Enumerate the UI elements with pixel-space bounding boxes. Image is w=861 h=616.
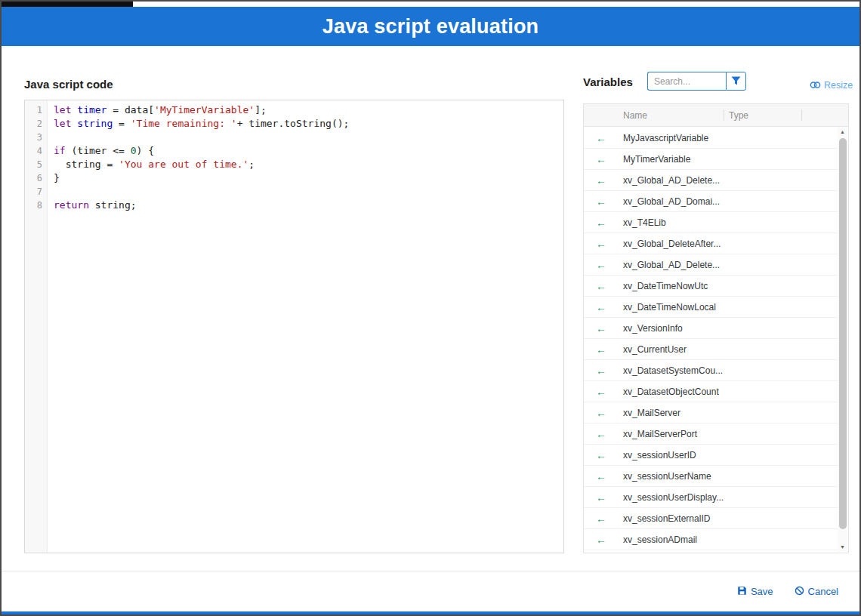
table-row[interactable]: ←xv_VersionInfo (584, 318, 838, 339)
insert-variable-icon[interactable]: ← (584, 387, 619, 397)
variables-table-header: Name Type (584, 104, 848, 127)
table-row[interactable]: ←xv_Global_AD_Delete... (584, 254, 838, 276)
background-window-artifact (2, 2, 133, 7)
dialog-titlebar: Java script evaluation (2, 7, 859, 46)
type-column-header: Type (724, 110, 801, 121)
insert-variable-icon[interactable]: ← (584, 471, 619, 482)
insert-variable-icon[interactable]: ← (584, 344, 619, 355)
variable-name: xv_CurrentUser (619, 344, 755, 355)
variable-name: xv_T4ELib (619, 217, 755, 228)
code-editor[interactable]: 12345678 let timer = data['MyTimerVariab… (24, 100, 564, 553)
insert-variable-icon[interactable]: ← (584, 534, 619, 545)
resize-button[interactable]: Resize (810, 79, 853, 92)
search-input[interactable] (647, 72, 726, 91)
name-column-header: Name (619, 110, 724, 121)
table-row[interactable]: ←xv_DatasetObjectCount (584, 381, 838, 402)
insert-variable-icon[interactable]: ← (584, 323, 619, 334)
scrollbar-down-icon[interactable]: ▼ (838, 543, 847, 552)
table-row[interactable]: ←xv_T4ELib (584, 212, 838, 233)
javascript-evaluation-dialog: Java script evaluation Java script code … (0, 0, 861, 616)
table-row[interactable]: ←xv_DateTimeNowLocal (584, 297, 838, 318)
insert-variable-icon[interactable]: ← (584, 133, 619, 143)
cancel-icon (795, 586, 804, 598)
save-label: Save (751, 586, 773, 597)
variable-name: xv_Global_AD_Delete... (619, 175, 755, 186)
variables-label: Variables (583, 75, 633, 88)
table-row[interactable]: ←xv_Global_AD_Domai... (584, 191, 838, 212)
variable-name: xv_sessionUserDisplay... (619, 492, 755, 503)
table-row[interactable]: ←xv_sessionExternalID (584, 508, 838, 529)
insert-variable-icon[interactable]: ← (584, 154, 619, 165)
variables-scrollbar[interactable]: ▲ ▼ (838, 128, 847, 552)
variable-name: xv_MailServer (619, 408, 755, 418)
variable-name: xv_DatasetSystemCou... (619, 365, 755, 376)
insert-variable-icon[interactable]: ← (584, 429, 619, 439)
insert-variable-icon[interactable]: ← (584, 175, 619, 186)
dialog-title: Java script evaluation (322, 15, 539, 38)
background-strip (2, 2, 859, 7)
variables-list: ←MyJavascriptVariable←MyTimerVariable←xv… (584, 128, 838, 553)
table-row[interactable]: ←xv_DatasetSystemCou... (584, 360, 838, 381)
resize-label: Resize (824, 80, 853, 91)
variable-name: xv_MailServerPort (619, 429, 755, 439)
scrollbar-thumb[interactable] (839, 138, 847, 529)
table-row[interactable]: ←xv_CurrentUser (584, 339, 838, 360)
variable-name: xv_DateTimeNowUtc (619, 281, 755, 291)
table-row[interactable]: ←xv_sessionUserID (584, 445, 838, 466)
insert-variable-icon[interactable]: ← (584, 302, 619, 313)
save-button[interactable]: Save (737, 586, 773, 598)
table-row[interactable]: ←xv_MailServer (584, 402, 838, 424)
table-row[interactable]: ←xv_Global_DeleteAfter... (584, 233, 838, 254)
save-icon (737, 586, 747, 598)
header-divider (801, 109, 802, 121)
variable-name: xv_sessionADmail (619, 534, 755, 545)
insert-variable-icon[interactable]: ← (584, 260, 619, 270)
insert-variable-icon[interactable]: ← (584, 513, 619, 524)
variable-name: MyJavascriptVariable (619, 133, 755, 143)
table-row[interactable]: ←xv_sessionUserName (584, 466, 838, 487)
variable-name: xv_Global_AD_Domai... (619, 196, 755, 207)
filter-button[interactable] (726, 72, 746, 91)
insert-variable-icon[interactable]: ← (584, 492, 619, 503)
variables-search-group (647, 72, 746, 91)
resize-link-icon (810, 79, 821, 92)
variable-name: xv_sessionExternalID (619, 513, 755, 524)
code-lines[interactable]: let timer = data['MyTimerVariable'];let … (48, 100, 563, 553)
table-row[interactable]: ←MyJavascriptVariable (584, 128, 838, 149)
insert-variable-icon[interactable]: ← (584, 196, 619, 207)
variable-name: xv_Global_DeleteAfter... (619, 239, 755, 249)
table-row[interactable]: ←MyTimerVariable (584, 149, 838, 170)
table-row[interactable]: ←xv_Global_AD_Delete... (584, 170, 838, 191)
variable-name: xv_Global_AD_Delete... (619, 260, 755, 270)
cancel-button[interactable]: Cancel (795, 586, 838, 598)
insert-variable-icon[interactable]: ← (584, 239, 619, 249)
variable-name: MyTimerVariable (619, 154, 755, 165)
insert-variable-icon[interactable]: ← (584, 450, 619, 460)
variable-name: xv_DatasetObjectCount (619, 387, 755, 397)
variable-name: xv_sessionUserName (619, 471, 755, 482)
variable-name: xv_VersionInfo (619, 323, 755, 334)
table-row[interactable]: ←xv_MailServerPort (584, 424, 838, 445)
table-row[interactable]: ←xv_sessionADmail (584, 529, 838, 550)
dialog-footer: Save Cancel (2, 571, 859, 611)
code-gutter: 12345678 (25, 100, 48, 553)
variable-name: xv_DateTimeNowLocal (619, 302, 755, 313)
insert-variable-icon[interactable]: ← (584, 281, 619, 291)
table-row[interactable]: ←xv_sessionUserDisplay... (584, 487, 838, 508)
code-editor-label: Java script code (24, 78, 113, 91)
filter-funnel-icon (731, 75, 741, 88)
bottom-accent-bar (2, 611, 859, 614)
scrollbar-up-icon[interactable]: ▲ (838, 128, 847, 137)
variable-name: xv_sessionUserID (619, 450, 755, 460)
table-row[interactable]: ←xv_DateTimeNowUtc (584, 276, 838, 297)
cancel-label: Cancel (808, 586, 838, 597)
insert-variable-icon[interactable]: ← (584, 408, 619, 418)
insert-variable-icon[interactable]: ← (584, 217, 619, 228)
variables-panel: Name Type ←MyJavascriptVariable←MyTimerV… (583, 103, 849, 553)
insert-variable-icon[interactable]: ← (584, 365, 619, 376)
